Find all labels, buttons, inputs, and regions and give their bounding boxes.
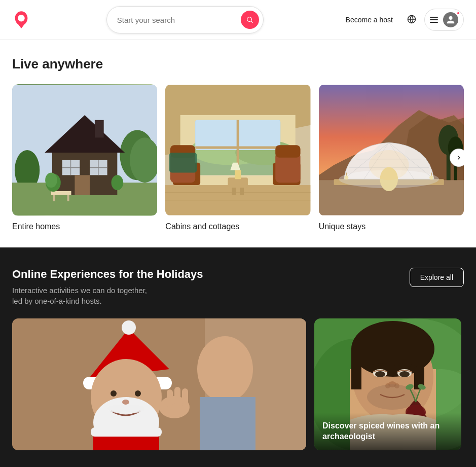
logo[interactable] bbox=[12, 11, 30, 29]
site-header: Become a host bbox=[0, 0, 476, 40]
santa-experience-image bbox=[12, 318, 306, 450]
svg-point-20 bbox=[45, 172, 57, 188]
unique-stays-svg bbox=[319, 84, 464, 216]
svg-point-21 bbox=[111, 175, 123, 190]
svg-rect-83 bbox=[174, 387, 180, 406]
globe-icon bbox=[407, 15, 416, 24]
entire-homes-label: Entire homes bbox=[12, 222, 157, 231]
svg-point-102 bbox=[375, 371, 385, 377]
user-menu-button[interactable] bbox=[424, 9, 464, 31]
online-experiences-section: Online Experiences for the Holidays Inte… bbox=[0, 247, 476, 467]
svg-rect-46 bbox=[235, 170, 241, 179]
santa-svg bbox=[12, 318, 306, 450]
cabins-image bbox=[165, 84, 310, 216]
chevron-right-icon bbox=[455, 154, 462, 161]
experience-card-santa[interactable] bbox=[12, 318, 306, 450]
become-host-button[interactable]: Become a host bbox=[340, 12, 399, 28]
svg-rect-16 bbox=[51, 191, 71, 195]
entire-homes-svg bbox=[12, 84, 157, 216]
notification-dot bbox=[456, 11, 460, 15]
explore-all-button[interactable]: Explore all bbox=[410, 268, 464, 287]
search-input[interactable] bbox=[117, 16, 236, 24]
svg-rect-42 bbox=[276, 145, 301, 158]
svg-rect-98 bbox=[351, 349, 361, 389]
svg-rect-80 bbox=[91, 427, 162, 437]
user-icon bbox=[446, 15, 455, 24]
svg-point-86 bbox=[135, 390, 141, 397]
svg-point-87 bbox=[122, 400, 129, 405]
svg-point-73 bbox=[197, 336, 253, 402]
svg-rect-99 bbox=[414, 349, 424, 389]
experiences-title: Online Experiences for the Holidays bbox=[12, 268, 203, 281]
svg-point-61 bbox=[369, 150, 409, 180]
cabins-label: Cabins and cottages bbox=[165, 222, 310, 231]
wine-experience-overlay: Discover spiced wines with an archaeolog… bbox=[314, 413, 461, 450]
hamburger-icon bbox=[430, 17, 438, 23]
search-bar[interactable] bbox=[106, 6, 264, 33]
svg-point-63 bbox=[429, 175, 433, 179]
unique-stays-image bbox=[319, 84, 464, 216]
svg-rect-39 bbox=[169, 153, 197, 172]
svg-point-89 bbox=[123, 405, 145, 413]
header-right: Become a host bbox=[340, 9, 464, 31]
svg-rect-84 bbox=[182, 388, 188, 406]
wine-experience-title: Discover spiced wines with an archaeolog… bbox=[322, 421, 453, 442]
experiences-title-block: Online Experiences for the Holidays Inte… bbox=[12, 268, 203, 306]
svg-rect-17 bbox=[53, 195, 55, 201]
experiences-subtitle: Interactive activities we can do togethe… bbox=[12, 285, 154, 306]
experience-card-wine[interactable]: Discover spiced wines with an archaeolog… bbox=[314, 318, 461, 450]
property-cards-container: Entire homes bbox=[12, 84, 464, 231]
airbnb-logo-icon bbox=[12, 11, 30, 29]
svg-rect-82 bbox=[167, 389, 173, 407]
svg-point-90 bbox=[122, 320, 136, 335]
live-anywhere-title: Live anywhere bbox=[12, 56, 464, 72]
cabins-svg bbox=[165, 84, 310, 216]
property-card-unique[interactable]: Unique stays bbox=[319, 84, 464, 231]
svg-point-103 bbox=[399, 371, 410, 377]
svg-rect-8 bbox=[95, 120, 104, 138]
svg-rect-45 bbox=[240, 188, 244, 195]
entire-homes-image bbox=[12, 84, 157, 216]
svg-rect-18 bbox=[67, 195, 69, 201]
search-button[interactable] bbox=[241, 11, 259, 29]
search-icon bbox=[246, 16, 254, 24]
property-card-cabins[interactable]: Cabins and cottages bbox=[165, 84, 310, 231]
svg-rect-74 bbox=[200, 397, 255, 450]
svg-point-85 bbox=[111, 390, 117, 397]
next-arrow-button[interactable] bbox=[450, 149, 464, 167]
svg-rect-44 bbox=[232, 188, 236, 195]
svg-rect-15 bbox=[75, 175, 90, 195]
live-anywhere-section: Live anywhere bbox=[0, 40, 476, 243]
experiences-header: Online Experiences for the Holidays Inte… bbox=[12, 268, 464, 306]
svg-point-62 bbox=[344, 175, 348, 179]
unique-stays-label: Unique stays bbox=[319, 222, 464, 231]
language-button[interactable] bbox=[403, 11, 420, 29]
property-card-entire-homes[interactable]: Entire homes bbox=[12, 84, 157, 231]
experience-cards-container: Discover spiced wines with an archaeolog… bbox=[12, 318, 464, 450]
avatar bbox=[443, 12, 458, 27]
